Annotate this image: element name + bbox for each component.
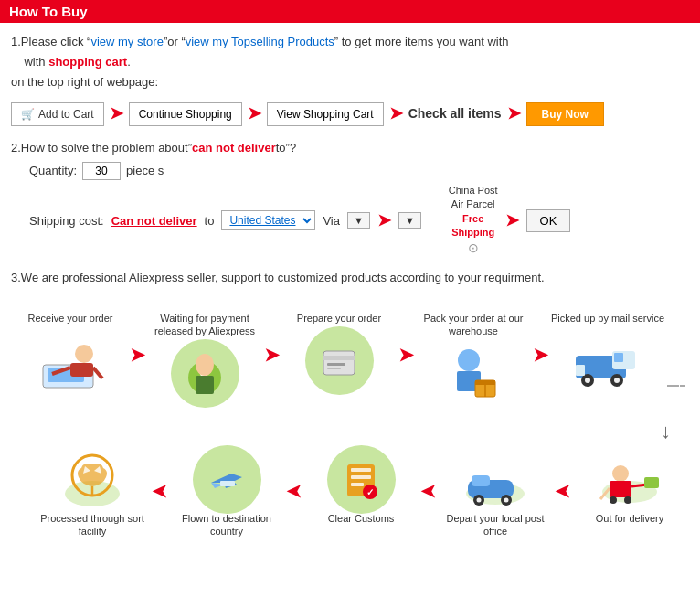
svg-point-2 bbox=[75, 345, 93, 363]
shipping-label: Shipping cost: bbox=[29, 214, 104, 228]
svg-point-40 bbox=[477, 497, 482, 502]
flown-label: Flown to destination country bbox=[167, 512, 286, 538]
depart-label: Depart your local post office bbox=[436, 512, 555, 538]
arrow-flown-processed: ➤ bbox=[152, 448, 167, 502]
view-store-link[interactable]: view my store bbox=[90, 35, 163, 48]
shipping-row: Shipping cost: Can not deliver to United… bbox=[29, 210, 421, 230]
svg-line-5 bbox=[93, 368, 102, 378]
dash-line bbox=[667, 385, 685, 387]
cannot-deliver-highlight: can not deliver bbox=[192, 141, 276, 155]
continue-shopping-button[interactable]: Continue Shopping bbox=[129, 102, 242, 126]
cart-icon: 🛒 bbox=[21, 108, 35, 121]
svg-rect-43 bbox=[351, 468, 371, 472]
header-title: How To Buy bbox=[9, 4, 88, 19]
down-arrow: ↓ bbox=[11, 415, 689, 448]
via-text: Via bbox=[323, 214, 340, 228]
arrow-depart-customs: ➤ bbox=[420, 448, 436, 502]
svg-rect-12 bbox=[327, 363, 345, 366]
svg-rect-11 bbox=[323, 356, 355, 360]
process-item-receive: Receive your order bbox=[11, 312, 130, 392]
svg-rect-21 bbox=[614, 353, 623, 362]
svg-point-28 bbox=[612, 465, 629, 482]
subtext: on the top right of webpage: bbox=[11, 72, 689, 92]
svg-rect-29 bbox=[610, 481, 631, 497]
svg-point-23 bbox=[585, 378, 590, 383]
process-item-out-delivery: Out for delivery bbox=[570, 448, 689, 528]
process-row-2: Out for delivery ➤ Depart your local pos… bbox=[11, 448, 689, 542]
process-item-prepare: Prepare your order bbox=[280, 312, 398, 392]
svg-point-14 bbox=[458, 349, 480, 371]
quantity-unit: piece s bbox=[126, 164, 164, 177]
shopping-cart-text: with bbox=[24, 55, 48, 69]
out-delivery-label: Out for delivery bbox=[596, 512, 664, 525]
depart-icon bbox=[459, 448, 532, 512]
process-row-1: Receive your order ➤ Waiting for payment… bbox=[11, 312, 689, 406]
processed-icon bbox=[56, 448, 129, 512]
svg-rect-31 bbox=[644, 477, 659, 488]
svg-rect-9 bbox=[196, 376, 214, 394]
section3-text: 3.We are professional Aliexpress seller,… bbox=[11, 271, 545, 284]
svg-rect-26 bbox=[576, 365, 585, 376]
cart-flow-row: 🛒 Add to Cart ➤ Continue Shopping ➤ View… bbox=[11, 100, 689, 128]
svg-rect-13 bbox=[327, 368, 341, 369]
arrow-2: ➤ bbox=[248, 100, 261, 128]
ok-arrow: ➤ bbox=[505, 210, 519, 230]
receive-icon bbox=[34, 328, 107, 392]
customs-icon: ✓ bbox=[324, 448, 398, 512]
buy-now-button[interactable]: Buy Now bbox=[526, 102, 604, 126]
check-all-items-text: Check all items bbox=[408, 103, 502, 125]
section1-text2: ”or “ bbox=[164, 35, 186, 48]
arrow-1: ➤ bbox=[110, 100, 123, 128]
arrow-receive-payment: ➤ bbox=[130, 312, 145, 366]
pack-label: Pack your order at our warehouse bbox=[414, 312, 533, 338]
svg-rect-37 bbox=[472, 475, 490, 486]
prepare-label: Prepare your order bbox=[297, 312, 381, 325]
country-dropdown[interactable]: United States bbox=[221, 210, 315, 230]
arrow-payment-prepare: ➤ bbox=[264, 312, 280, 366]
svg-rect-45 bbox=[351, 483, 364, 486]
shopping-cart-link[interactable]: shopping cart bbox=[48, 55, 127, 69]
svg-point-25 bbox=[614, 378, 620, 383]
china-post-line1: China Post bbox=[449, 184, 498, 197]
arrow-customs-flown: ➤ bbox=[286, 448, 302, 502]
add-to-cart-button[interactable]: 🛒 Add to Cart bbox=[11, 102, 104, 126]
payment-icon: $ bbox=[168, 342, 241, 406]
free-text: Free bbox=[462, 212, 483, 226]
section-3: 3.We are professional Aliexpress seller,… bbox=[11, 271, 689, 284]
process-item-flown: Flown to destination country bbox=[167, 448, 286, 542]
quantity-label: Quantity: bbox=[29, 164, 77, 177]
svg-point-34 bbox=[624, 496, 631, 504]
dropdown-arrow-2[interactable]: ▼ bbox=[398, 212, 421, 229]
svg-point-8 bbox=[196, 354, 214, 376]
prepare-icon bbox=[302, 328, 376, 392]
svg-rect-48 bbox=[220, 481, 235, 486]
quantity-input[interactable] bbox=[82, 162, 121, 180]
free-shipping-icon: ⊙ bbox=[468, 240, 479, 258]
svg-rect-3 bbox=[70, 363, 93, 377]
receive-label: Receive your order bbox=[28, 312, 113, 325]
process-section: Receive your order ➤ Waiting for payment… bbox=[0, 303, 700, 560]
ok-button[interactable]: OK bbox=[526, 209, 571, 232]
process-item-customs: ✓ Clear Customs bbox=[302, 448, 420, 528]
pickup-icon bbox=[571, 328, 644, 392]
section1-text1: 1.Please click “ bbox=[11, 35, 90, 48]
process-item-payment: Waiting for payment released by Aliexpre… bbox=[145, 312, 264, 406]
processed-label: Processed through sort facility bbox=[33, 512, 152, 538]
payment-label: Waiting for payment released by Aliexpre… bbox=[145, 312, 264, 338]
china-post-line2: Air Parcel bbox=[449, 197, 498, 211]
section-1: 1.Please click “view my store”or “view m… bbox=[11, 32, 689, 128]
dropdown-arrow[interactable]: ▼ bbox=[347, 212, 370, 229]
topselling-link[interactable]: view my Topselling Products bbox=[186, 35, 334, 48]
svg-rect-44 bbox=[351, 475, 371, 479]
shipping-arrow: ➤ bbox=[377, 210, 391, 230]
section2-title: 2.How to solve the problem about”can not… bbox=[11, 141, 689, 155]
china-post-info: China Post Air Parcel Free Shipping ⊙ bbox=[449, 184, 498, 258]
view-shopping-cart-button[interactable]: View Shopping Cart bbox=[267, 102, 384, 126]
arrow-pack-pickup: ➤ bbox=[533, 312, 548, 366]
out-delivery-icon bbox=[593, 448, 666, 512]
svg-point-33 bbox=[610, 496, 617, 504]
arrow-out-depart: ➤ bbox=[555, 448, 570, 502]
cannot-deliver-text[interactable]: Can not deliver bbox=[111, 214, 197, 228]
pack-icon bbox=[437, 342, 510, 406]
arrow-prepare-pack: ➤ bbox=[398, 312, 414, 366]
